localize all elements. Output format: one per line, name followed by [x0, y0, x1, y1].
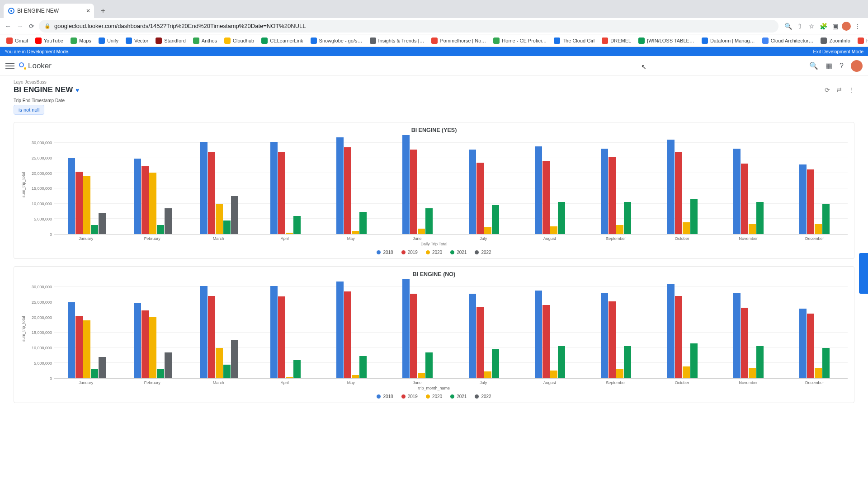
- bar[interactable]: [134, 159, 141, 234]
- bookmark-item[interactable]: The Cloud Girl: [551, 37, 597, 45]
- bar[interactable]: [815, 224, 822, 234]
- bar[interactable]: [231, 196, 238, 234]
- bar[interactable]: [756, 346, 764, 378]
- bar[interactable]: [68, 302, 75, 378]
- bar[interactable]: [286, 233, 293, 234]
- bar[interactable]: [142, 166, 149, 234]
- bookmark-item[interactable]: Dataform | Manag…: [699, 37, 758, 45]
- bar[interactable]: [624, 346, 631, 378]
- bar[interactable]: [469, 150, 476, 234]
- bar[interactable]: [134, 303, 141, 378]
- bookmark-item[interactable]: Anthos: [190, 37, 220, 45]
- close-tab-icon[interactable]: ✕: [86, 8, 90, 14]
- bar[interactable]: [484, 371, 491, 378]
- extensions-icon[interactable]: 🧩: [818, 21, 828, 31]
- bar[interactable]: [815, 368, 822, 378]
- bar[interactable]: [157, 369, 164, 378]
- marketplace-icon[interactable]: ▦: [826, 61, 832, 70]
- bar[interactable]: [542, 305, 550, 378]
- bookmark-item[interactable]: Cloud Architectur…: [760, 37, 816, 45]
- bar[interactable]: [165, 352, 172, 378]
- bar[interactable]: [293, 216, 301, 234]
- bar[interactable]: [352, 375, 359, 378]
- bar[interactable]: [278, 296, 285, 378]
- bar[interactable]: [550, 371, 557, 378]
- bar[interactable]: [733, 293, 741, 378]
- bar[interactable]: [68, 158, 75, 234]
- bar[interactable]: [418, 373, 425, 378]
- bar[interactable]: [83, 320, 90, 378]
- bar[interactable]: [609, 157, 616, 234]
- bar[interactable]: [675, 152, 682, 234]
- bar[interactable]: [200, 142, 208, 234]
- profile-avatar[interactable]: [842, 22, 851, 31]
- bar[interactable]: [807, 314, 814, 378]
- bar[interactable]: [683, 222, 690, 234]
- bar[interactable]: [231, 340, 238, 378]
- bar[interactable]: [223, 221, 231, 234]
- bar[interactable]: [492, 349, 499, 378]
- bar[interactable]: [270, 286, 278, 378]
- chart-plot-area[interactable]: sum_trip_total05,000,00010,000,00015,000…: [20, 135, 848, 235]
- side-panel-icon[interactable]: ▣: [830, 21, 840, 31]
- legend-item[interactable]: 2021: [450, 250, 467, 255]
- bar[interactable]: [336, 282, 344, 378]
- bar[interactable]: [822, 204, 830, 234]
- bar[interactable]: [216, 204, 223, 234]
- bar[interactable]: [749, 224, 756, 234]
- bar[interactable]: [733, 149, 741, 234]
- bar[interactable]: [683, 366, 690, 378]
- bookmark-item[interactable]: Home - CE Profici…: [491, 37, 549, 45]
- bookmark-item[interactable]: Gmail: [4, 37, 31, 45]
- legend-item[interactable]: 2020: [426, 394, 442, 399]
- bar[interactable]: [99, 357, 106, 378]
- bar[interactable]: [344, 147, 351, 234]
- bar[interactable]: [359, 212, 367, 234]
- bar[interactable]: [200, 286, 208, 378]
- bookmark-item[interactable]: Vector: [123, 37, 151, 45]
- bar[interactable]: [601, 149, 608, 234]
- bar[interactable]: [336, 137, 344, 234]
- filters-icon[interactable]: ⇅: [835, 87, 843, 93]
- forward-icon[interactable]: →: [15, 22, 24, 31]
- bar[interactable]: [75, 172, 83, 234]
- bar[interactable]: [741, 308, 748, 378]
- bar[interactable]: [216, 348, 223, 378]
- bar[interactable]: [359, 356, 367, 378]
- legend-item[interactable]: 2018: [377, 394, 393, 399]
- bookmark-item[interactable]: YouTube: [33, 37, 66, 45]
- bar[interactable]: [83, 176, 90, 234]
- bar[interactable]: [208, 152, 215, 234]
- bar[interactable]: [492, 205, 499, 234]
- bar[interactable]: [822, 348, 830, 378]
- bookmark-star-icon[interactable]: ☆: [807, 21, 816, 31]
- bar[interactable]: [807, 169, 814, 234]
- bar[interactable]: [799, 164, 807, 234]
- bookmark-item[interactable]: Snowglobe - go/s…: [308, 37, 365, 45]
- bar[interactable]: [469, 294, 476, 378]
- bar[interactable]: [344, 291, 351, 378]
- bookmark-item[interactable]: Standford: [153, 37, 189, 45]
- legend-item[interactable]: 2019: [401, 394, 418, 399]
- bar[interactable]: [425, 352, 433, 378]
- bar[interactable]: [149, 317, 156, 378]
- url-input[interactable]: [54, 23, 773, 29]
- dashboard-menu-icon[interactable]: ⋮: [848, 86, 854, 94]
- bar[interactable]: [558, 346, 565, 378]
- legend-item[interactable]: 2018: [377, 250, 393, 255]
- bar[interactable]: [667, 140, 675, 234]
- share-icon[interactable]: ⇧: [795, 21, 805, 31]
- bar[interactable]: [410, 294, 417, 378]
- chart-plot-area[interactable]: sum_trip_total05,000,00010,000,00015,000…: [20, 279, 848, 379]
- legend-item[interactable]: 2021: [450, 394, 467, 399]
- bar[interactable]: [799, 309, 807, 378]
- bar[interactable]: [278, 152, 285, 234]
- bookmark-item[interactable]: HallPass - Google…: [855, 37, 868, 45]
- browser-tab[interactable]: BI ENGINE NEW ✕: [4, 4, 94, 18]
- bookmark-item[interactable]: Maps: [68, 37, 94, 45]
- bar[interactable]: [476, 307, 484, 378]
- bar[interactable]: [165, 208, 172, 234]
- legend-item[interactable]: 2020: [426, 250, 442, 255]
- bar[interactable]: [484, 227, 491, 234]
- bar[interactable]: [91, 225, 98, 234]
